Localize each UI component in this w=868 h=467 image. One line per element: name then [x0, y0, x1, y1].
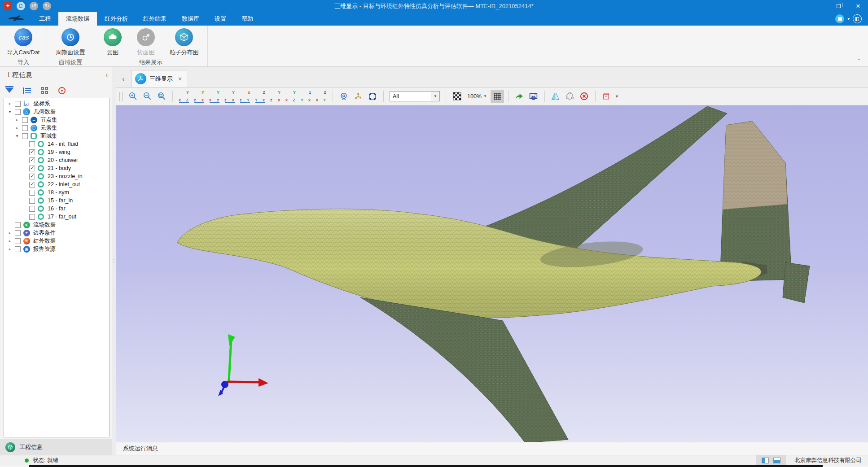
checkbox[interactable] — [29, 206, 35, 212]
checkbox[interactable] — [15, 101, 21, 107]
help-book-button[interactable] — [853, 14, 862, 23]
locate-button[interactable] — [57, 86, 67, 95]
transparency-button[interactable] — [450, 90, 464, 103]
tree-item-surface[interactable]: 20 - chuiwei — [4, 156, 109, 164]
tree-item-boundary-conditions[interactable]: ✦ 边界条件 — [4, 229, 109, 237]
periodic-face-settings-button[interactable]: 周期面设置 — [49, 28, 92, 57]
app-icon[interactable]: ✦ — [4, 2, 12, 10]
checkbox[interactable] — [15, 246, 21, 252]
checkbox[interactable] — [29, 214, 35, 220]
view-orientation-button-1[interactable]: YxZ — [178, 90, 190, 103]
tab-close-icon[interactable]: ✕ — [178, 76, 182, 82]
view-orientation-button-7[interactable]: Yzx — [270, 90, 281, 103]
view-orientation-button-2[interactable]: Yzx — [193, 90, 205, 103]
view-orientation-button-9[interactable]: zYx — [300, 90, 312, 103]
minimize-button[interactable] — [809, 0, 829, 12]
tab-scroll-left-button[interactable]: ‹ — [116, 70, 131, 87]
view-orientation-button-4[interactable]: Yzx — [224, 90, 236, 103]
new-document-button[interactable]: 🗋 — [17, 2, 25, 10]
menu-item-settings[interactable]: 设置 — [207, 12, 234, 26]
tree-item-geometry-data[interactable]: △ 几何数据 — [4, 108, 109, 116]
checkbox[interactable] — [15, 238, 21, 244]
display-filter-select[interactable]: All ▼ — [390, 91, 440, 101]
tree-item-surface[interactable]: 16 - far — [4, 205, 109, 213]
zoom-in-button[interactable] — [126, 90, 140, 103]
expander-icon[interactable] — [14, 126, 20, 130]
checkbox[interactable] — [29, 149, 35, 155]
tree-item-surface[interactable]: 14 - int_fluid — [4, 140, 109, 148]
checkbox[interactable] — [29, 157, 35, 163]
checkbox[interactable] — [15, 230, 21, 236]
collapse-all-button[interactable] — [22, 86, 32, 95]
archive-box-button[interactable] — [600, 90, 613, 103]
import-cas-dat-button[interactable]: cas 导入Cas/Dat — [2, 28, 45, 57]
share-arrow-button[interactable] — [513, 90, 526, 103]
tree-item-surface[interactable]: 21 - body — [4, 164, 109, 172]
chevron-down-icon[interactable]: ▼ — [615, 94, 619, 99]
zoom-fit-button[interactable] — [155, 90, 168, 103]
tab-3d-display[interactable]: 三维显示 ✕ — [131, 70, 187, 87]
menu-item-flowfield-data[interactable]: 流场数据 — [58, 12, 97, 26]
tree-item-surface[interactable]: 19 - wing — [4, 148, 109, 156]
camera-probe-button[interactable] — [337, 90, 351, 103]
particle-distribution-button[interactable]: 粒子分布图 — [162, 28, 206, 57]
tree-item-report-resources[interactable]: ▣ 报告资源 — [4, 245, 109, 253]
view-orientation-button-5[interactable]: xzY — [239, 90, 251, 103]
view-orientation-button-6[interactable]: ZYx — [254, 90, 266, 103]
close-button[interactable]: ✕ — [848, 0, 868, 12]
redo-button[interactable]: ↻ — [43, 2, 51, 10]
undo-button[interactable]: ↺ — [30, 2, 38, 10]
tree-item-element-set[interactable]: 元素集 — [4, 124, 109, 132]
zoom-level-select[interactable]: 100% ▼ — [465, 93, 490, 100]
tree-item-coordinate-system[interactable]: YXZ 坐标系 — [4, 100, 109, 108]
tree-item-surface[interactable]: 23 - nozzle_in — [4, 172, 109, 180]
layout-toggle-bottom-panel[interactable] — [773, 458, 780, 463]
expander-icon[interactable] — [14, 118, 20, 122]
expander-icon[interactable] — [14, 134, 20, 138]
tree-item-flowfield-data[interactable]: < 流场数据 — [4, 221, 109, 229]
tree-item-surface[interactable]: 22 - inlet_out — [4, 180, 109, 188]
quick-layout-button[interactable] — [835, 14, 844, 23]
mirror-button[interactable] — [549, 90, 562, 103]
viewport-3d[interactable] — [116, 105, 868, 442]
view-orientation-button-8[interactable]: YxZ — [285, 90, 297, 103]
checkbox[interactable] — [29, 166, 35, 171]
checkbox[interactable] — [29, 174, 35, 179]
contour-plot-button[interactable]: 云图 — [96, 28, 129, 57]
collapse-ribbon-button[interactable]: ⌃ — [857, 58, 861, 64]
menu-item-infrared-analysis[interactable]: 红外分析 — [97, 12, 136, 26]
toolbar-grip[interactable] — [119, 92, 123, 101]
layout-toggle-left-panel[interactable] — [762, 458, 769, 463]
box-select-button[interactable] — [366, 90, 379, 103]
menu-item-engineering[interactable]: 工程 — [31, 12, 58, 26]
expander-icon[interactable] — [7, 109, 13, 114]
menu-item-help[interactable]: 帮助 — [234, 12, 261, 26]
tree-item-face-set[interactable]: 面域集 — [4, 132, 109, 140]
grid-view-button[interactable] — [39, 86, 49, 95]
tree-item-node-set[interactable]: •-• 节点集 — [4, 116, 109, 124]
tree-item-surface[interactable]: 17 - far_out — [4, 213, 109, 221]
menu-item-infrared-results[interactable]: 红外结果 — [136, 12, 174, 26]
checkbox[interactable] — [22, 133, 28, 139]
slice-plot-button[interactable]: 切面图 — [129, 28, 162, 57]
orbit-nodes-button[interactable] — [563, 90, 577, 103]
panel-splitter[interactable]: ⋮ — [112, 67, 116, 455]
menu-item-database[interactable]: 数据库 — [174, 12, 207, 26]
delete-button[interactable] — [578, 90, 591, 103]
checkbox[interactable] — [29, 141, 35, 147]
maximize-button[interactable] — [829, 0, 848, 12]
particle-nodes-button[interactable] — [351, 90, 365, 103]
screenshot-button[interactable] — [527, 90, 540, 103]
expander-icon[interactable] — [7, 247, 13, 251]
tree-item-infrared-data[interactable]: ✳ 红外数据 — [4, 237, 109, 245]
expander-icon[interactable] — [7, 101, 13, 106]
checkbox[interactable] — [29, 182, 35, 188]
expander-icon[interactable] — [7, 239, 13, 243]
tree-item-surface[interactable]: 18 - sym — [4, 188, 109, 196]
mesh-toggle-button[interactable] — [491, 90, 504, 103]
expander-icon[interactable] — [7, 231, 13, 235]
project-info-dock-button[interactable]: 工程信息 — [0, 439, 112, 455]
filter-button[interactable] — [4, 86, 14, 95]
zoom-out-button[interactable] — [140, 90, 154, 103]
chevron-down-icon[interactable]: ▼ — [431, 92, 439, 101]
